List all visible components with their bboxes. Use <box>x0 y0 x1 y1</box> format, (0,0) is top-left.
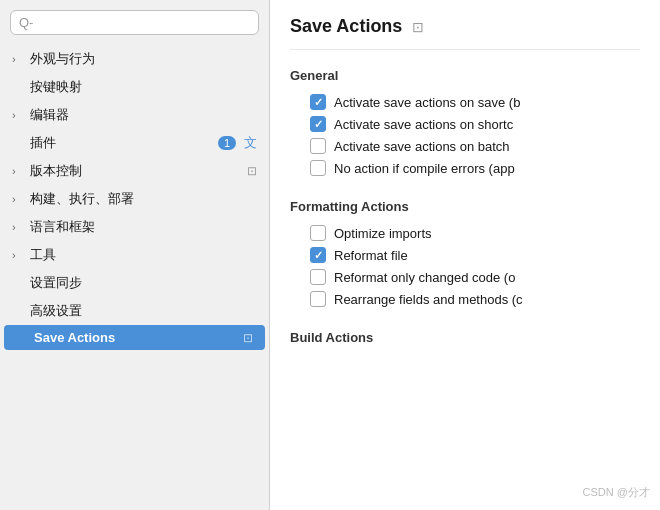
search-container: Q- <box>0 0 269 43</box>
main-content: Save Actions ⊡ GeneralActivate save acti… <box>270 0 660 510</box>
chevron-icon: › <box>12 249 26 261</box>
option-label: Activate save actions on batch <box>334 139 510 154</box>
sidebar-item-label: 按键映射 <box>30 78 257 96</box>
sidebar-list: ›外观与行为按键映射›编辑器插件1文›版本控制⊡›构建、执行、部署›语言和框架›… <box>0 43 269 510</box>
checkbox-reformat-changed[interactable] <box>310 269 326 285</box>
chevron-icon: › <box>12 193 26 205</box>
option-label: Reformat only changed code (o <box>334 270 515 285</box>
sections-container: GeneralActivate save actions on save (bA… <box>290 68 640 345</box>
section-title: Build Actions <box>290 330 640 345</box>
sidebar-item-keymap[interactable]: 按键映射 <box>0 73 269 101</box>
sidebar-item-label: 语言和框架 <box>30 218 257 236</box>
sidebar-item-action-icon[interactable]: 文 <box>244 134 257 152</box>
section-general: GeneralActivate save actions on save (bA… <box>290 68 640 179</box>
search-icon: Q- <box>19 15 33 30</box>
option-reformat-file[interactable]: Reformat file <box>290 244 640 266</box>
option-activate-shortcut[interactable]: Activate save actions on shortc <box>290 113 640 135</box>
sidebar-item-build[interactable]: ›构建、执行、部署 <box>0 185 269 213</box>
sidebar-item-label: 高级设置 <box>30 302 257 320</box>
sidebar-item-advanced[interactable]: 高级设置 <box>0 297 269 325</box>
sidebar-item-sync[interactable]: 设置同步 <box>0 269 269 297</box>
section-title: Formatting Actions <box>290 199 640 214</box>
sidebar-item-action-icon[interactable]: ⊡ <box>247 164 257 178</box>
sidebar-item-label: 构建、执行、部署 <box>30 190 257 208</box>
watermark: CSDN @分才 <box>583 485 650 500</box>
sidebar: Q- ›外观与行为按键映射›编辑器插件1文›版本控制⊡›构建、执行、部署›语言和… <box>0 0 270 510</box>
option-label: No action if compile errors (app <box>334 161 515 176</box>
option-reformat-changed[interactable]: Reformat only changed code (o <box>290 266 640 288</box>
sidebar-item-tools[interactable]: ›工具 <box>0 241 269 269</box>
sidebar-item-label: 工具 <box>30 246 257 264</box>
section-build-actions: Build Actions <box>290 330 640 345</box>
checkbox-no-compile-errors[interactable] <box>310 160 326 176</box>
sidebar-item-save-actions[interactable]: Save Actions⊡ <box>4 325 265 350</box>
section-title: General <box>290 68 640 83</box>
sidebar-item-label: Save Actions <box>34 330 239 345</box>
sidebar-item-appearance[interactable]: ›外观与行为 <box>0 45 269 73</box>
search-input[interactable] <box>38 15 250 30</box>
search-input-wrapper[interactable]: Q- <box>10 10 259 35</box>
sidebar-item-label: 插件 <box>30 134 218 152</box>
sidebar-item-label: 设置同步 <box>30 274 257 292</box>
option-no-compile-errors[interactable]: No action if compile errors (app <box>290 157 640 179</box>
option-rearrange-fields[interactable]: Rearrange fields and methods (c <box>290 288 640 310</box>
option-label: Reformat file <box>334 248 408 263</box>
option-label: Rearrange fields and methods (c <box>334 292 523 307</box>
checkbox-activate-save[interactable] <box>310 94 326 110</box>
chevron-icon: › <box>12 53 26 65</box>
main-header: Save Actions ⊡ <box>290 16 640 50</box>
chevron-icon: › <box>12 109 26 121</box>
checkbox-reformat-file[interactable] <box>310 247 326 263</box>
checkbox-optimize-imports[interactable] <box>310 225 326 241</box>
sidebar-item-label: 编辑器 <box>30 106 257 124</box>
option-label: Optimize imports <box>334 226 432 241</box>
app-container: Q- ›外观与行为按键映射›编辑器插件1文›版本控制⊡›构建、执行、部署›语言和… <box>0 0 660 510</box>
option-activate-batch[interactable]: Activate save actions on batch <box>290 135 640 157</box>
sidebar-item-action-icon[interactable]: ⊡ <box>243 331 253 345</box>
chevron-icon: › <box>12 221 26 233</box>
sidebar-item-plugins[interactable]: 插件1文 <box>0 129 269 157</box>
checkbox-activate-shortcut[interactable] <box>310 116 326 132</box>
sidebar-item-badge: 1 <box>218 136 236 150</box>
option-label: Activate save actions on shortc <box>334 117 513 132</box>
sidebar-item-language[interactable]: ›语言和框架 <box>0 213 269 241</box>
checkbox-activate-batch[interactable] <box>310 138 326 154</box>
sidebar-item-label: 版本控制 <box>30 162 243 180</box>
checkbox-rearrange-fields[interactable] <box>310 291 326 307</box>
section-formatting: Formatting ActionsOptimize importsReform… <box>290 199 640 310</box>
sidebar-item-editor[interactable]: ›编辑器 <box>0 101 269 129</box>
sidebar-item-label: 外观与行为 <box>30 50 257 68</box>
sidebar-item-vcs[interactable]: ›版本控制⊡ <box>0 157 269 185</box>
window-icon[interactable]: ⊡ <box>412 19 424 35</box>
page-title: Save Actions <box>290 16 402 37</box>
option-optimize-imports[interactable]: Optimize imports <box>290 222 640 244</box>
option-activate-save[interactable]: Activate save actions on save (b <box>290 91 640 113</box>
option-label: Activate save actions on save (b <box>334 95 520 110</box>
chevron-icon: › <box>12 165 26 177</box>
